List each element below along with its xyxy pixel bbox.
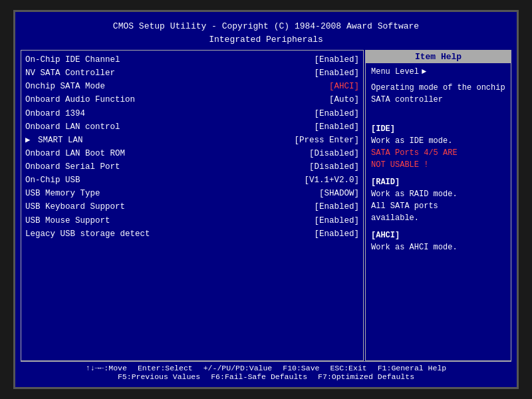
right-panel: Item Help Menu Level ► Operating mode of… [365,50,511,361]
menu-label-ide-channel: On-Chip IDE Channel [25,54,120,66]
menu-value-ide-channel: [Enabled] [314,54,359,66]
menu-value-nv-sata: [Enabled] [314,67,359,79]
left-panel: On-Chip IDE Channel[Enabled] NV SATA Con… [21,50,364,361]
menu-label-usb-mouse: USB Mouse Support [25,215,110,227]
title-line2: Integrated Peripherals [21,33,511,47]
menu-value-1394: [Enabled] [314,108,359,120]
footer-optimized: F7:Optimized Defaults [318,372,414,381]
arrow-icon: ▶ [25,136,35,145]
menu-value-smart-lan: [Press Enter] [294,134,359,146]
menu-value-serial-port: [Disabled] [309,161,359,173]
ide-desc: Work as IDE mode.SATA Ports 4/5 ARENOT U… [371,136,458,170]
menu-item-usb-mouse[interactable]: USB Mouse Support[Enabled] [25,214,359,227]
footer-prev: F5:Previous Values [118,372,200,381]
raid-bracket: [RAID] [371,176,505,188]
menu-item-1394[interactable]: Onboard 1394[Enabled] [25,107,359,120]
title-bar: CMOS Setup Utility - Copyright (C) 1984-… [21,17,511,47]
menu-label-nv-sata: NV SATA Controller [25,67,115,79]
footer-row2: F5:Previous Values F6:Fail-Safe Defaults… [21,372,511,381]
menu-label-legacy-usb: Legacy USB storage detect [25,228,150,240]
main-area: On-Chip IDE Channel[Enabled] NV SATA Con… [21,50,511,361]
help-menu-level: Menu Level ► [371,67,505,76]
menu-value-onchip-usb: [V1.1+V2.0] [304,174,359,186]
ahci-desc: Work as AHCI mode. [371,243,458,252]
menu-item-usb-memory[interactable]: USB Memory Type[SHADOW] [25,187,359,200]
menu-item-smart-lan[interactable]: ▶ SMART LAN[Press Enter] [25,134,359,147]
footer-esc: ESC:Exit [330,364,366,372]
menu-label-usb-memory: USB Memory Type [25,188,100,200]
title-line1: CMOS Setup Utility - Copyright (C) 1984-… [21,20,511,33]
menu-item-nv-sata[interactable]: NV SATA Controller[Enabled] [25,66,359,80]
footer-save: F10:Save [283,364,319,372]
footer-move: ↑↓→←:Move [86,364,127,372]
menu-item-legacy-usb[interactable]: Legacy USB storage detect[Enabled] [25,227,359,241]
footer-enter: Enter:Select [138,364,193,372]
menu-item-serial-port[interactable]: Onboard Serial Port[Disabled] [25,160,359,174]
footer-row1: ↑↓→←:Move Enter:Select +/-/PU/PD:Value F… [21,364,511,372]
menu-level-label: Menu Level [371,67,419,76]
screen: CMOS Setup Utility - Copyright (C) 1984-… [21,17,511,382]
menu-item-usb-keyboard[interactable]: USB Keyboard Support[Enabled] [25,200,359,213]
footer-value: +/-/PU/PD:Value [203,364,273,372]
menu-item-ide-channel[interactable]: On-Chip IDE Channel[Enabled] [25,53,359,66]
menu-label-audio: Onboard Audio Function [25,94,135,106]
menu-item-onchip-usb[interactable]: On-Chip USB[V1.1+V2.0] [25,174,359,187]
raid-desc: Work as RAID mode.All SATA portsavailabl… [371,190,458,223]
menu-label-lan-boot: Onboard LAN Boot ROM [25,148,125,160]
menu-item-lan-boot[interactable]: Onboard LAN Boot ROM[Disabled] [25,147,359,160]
menu-label-1394: Onboard 1394 [25,108,85,120]
menu-label-usb-keyboard: USB Keyboard Support [25,201,125,213]
menu-value-legacy-usb: [Enabled] [314,228,359,240]
menu-level-arrow: ► [422,67,426,76]
menu-value-usb-mouse: [Enabled] [314,215,359,227]
monitor-frame: CMOS Setup Utility - Copyright (C) 1984-… [13,10,519,389]
menu-value-onchip-sata: [AHCI] [329,80,359,92]
menu-value-lan-control: [Enabled] [314,121,359,133]
menu-label-lan-control: Onboard LAN control [25,121,120,133]
ide-bracket: [IDE] [371,123,505,135]
item-help-title: Item Help [366,51,511,63]
menu-value-lan-boot: [Disabled] [309,148,359,160]
help-description: Operating mode of the onchip SATA contro… [371,82,505,253]
footer-help: F1:General Help [378,364,447,372]
menu-item-lan-control[interactable]: Onboard LAN control[Enabled] [25,120,359,134]
menu-label-onchip-sata: Onchip SATA Mode [25,80,105,92]
menu-label-serial-port: Onboard Serial Port [25,161,120,173]
menu-item-audio[interactable]: Onboard Audio Function[Auto] [25,93,359,106]
menu-value-audio: [Auto] [329,94,359,106]
footer-failsafe: F6:Fail-Safe Defaults [211,372,307,381]
menu-value-usb-memory: [SHADOW] [319,188,359,200]
menu-item-onchip-sata[interactable]: Onchip SATA Mode[AHCI] [25,80,359,93]
footer: ↑↓→←:Move Enter:Select +/-/PU/PD:Value F… [21,361,511,382]
menu-label-onchip-usb: On-Chip USB [25,174,80,186]
menu-value-usb-keyboard: [Enabled] [314,201,359,213]
ahci-bracket: [AHCI] [371,229,505,241]
menu-label-smart-lan: ▶ SMART LAN [25,134,83,146]
